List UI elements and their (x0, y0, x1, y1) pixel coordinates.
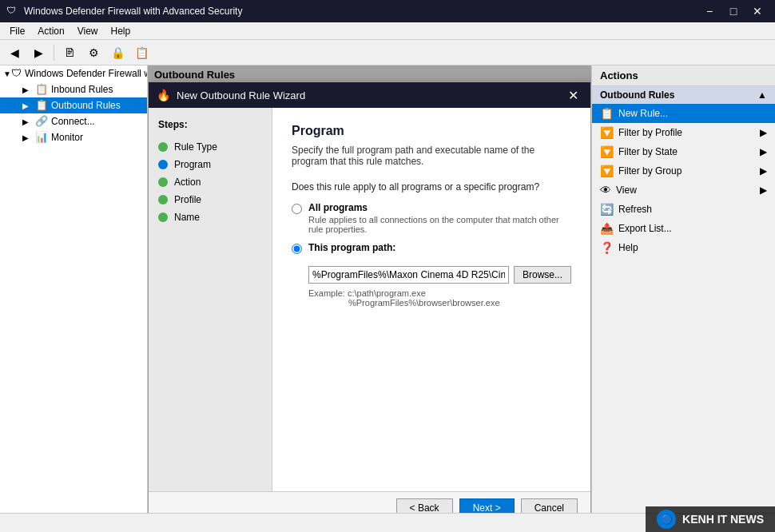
connect-label: Connect... (51, 116, 95, 127)
step-label-rule-type: Rule Type (174, 141, 217, 153)
radio-group: All programs Rule applies to all connect… (292, 202, 571, 308)
step-dot-program (158, 160, 168, 169)
view-arrow: ▶ (760, 185, 767, 196)
wizard-sidebar: Steps: Rule Type Program Action (149, 108, 272, 491)
toolbar-separator-1 (54, 45, 54, 61)
properties-button[interactable]: ⚙ (82, 42, 105, 63)
actions-subheader-collapse-icon: ▲ (757, 89, 767, 101)
filter-state-label: Filter by State (618, 146, 678, 157)
back-button[interactable]: ◀ (3, 42, 26, 63)
root-icon: 🛡 (11, 67, 22, 80)
action-new-rule[interactable]: 📋 New Rule... (592, 104, 775, 123)
inbound-expand-icon[interactable]: ▶ (22, 85, 35, 94)
outbound-icon: 📋 (35, 99, 48, 112)
help-icon: ❓ (600, 241, 614, 254)
step-profile: Profile (149, 191, 272, 208)
root-label: Windows Defender Firewall wit (25, 68, 148, 79)
step-rule-type: Rule Type (149, 138, 272, 156)
new-rule-button[interactable]: 🔒 (106, 42, 129, 63)
window-controls: − □ ✕ (698, 3, 769, 19)
root-expand-icon[interactable]: ▼ (3, 69, 11, 78)
main-layout: ▼ 🛡 Windows Defender Firewall wit ▶ 📋 In… (0, 66, 775, 513)
modal-overlay: 🔥 New Outbound Rule Wizard ✕ Steps: Rule… (148, 66, 591, 513)
actions-subheader[interactable]: Outbound Rules ▲ (592, 86, 775, 104)
filter-profile-label: Filter by Profile (618, 127, 682, 138)
inbound-label: Inbound Rules (51, 84, 113, 95)
tree-connect[interactable]: ▶ 🔗 Connect... (0, 113, 147, 129)
wizard-content: Program Specify the full program path an… (272, 108, 590, 491)
radio-all-programs-input[interactable] (292, 204, 302, 214)
view-icon: 👁 (600, 184, 611, 197)
step-program: Program (149, 156, 272, 173)
action-view[interactable]: 👁 View ▶ (592, 181, 775, 200)
back-button[interactable]: < Back (396, 498, 453, 513)
action-filter-state[interactable]: 🔽 Filter by State ▶ (592, 142, 775, 161)
connect-expand-icon[interactable]: ▶ (22, 117, 35, 126)
help-label: Help (618, 242, 638, 253)
maximize-button[interactable]: □ (722, 3, 745, 19)
cancel-button[interactable]: Cancel (521, 498, 578, 513)
menu-action[interactable]: Action (31, 24, 70, 38)
step-dot-name (158, 212, 168, 222)
refresh-icon: 🔄 (600, 203, 614, 216)
new-rule-icon: 📋 (600, 107, 614, 120)
tree-root[interactable]: ▼ 🛡 Windows Defender Firewall wit (0, 66, 147, 81)
title-bar: 🛡 Windows Defender Firewall with Advance… (0, 0, 775, 22)
radio-all-programs: All programs Rule applies to all connect… (292, 202, 571, 234)
tree-monitor[interactable]: ▶ 📊 Monitor (0, 129, 147, 145)
export-label: Export List... (618, 223, 672, 234)
modal-title-icon: 🔥 (157, 89, 170, 101)
modal-close-button[interactable]: ✕ (563, 87, 582, 103)
watermark-text: KENH IT NEWS (682, 513, 764, 526)
step-action: Action (149, 173, 272, 191)
filter-state-arrow: ▶ (760, 146, 767, 157)
tree-inbound[interactable]: ▶ 📋 Inbound Rules (0, 81, 147, 97)
tree-outbound[interactable]: ▶ 📋 Outbound Rules (0, 97, 147, 113)
radio-all-programs-label[interactable]: All programs (308, 202, 368, 213)
radio-specific-program-label[interactable]: This program path: (308, 242, 395, 253)
action-filter-group[interactable]: 🔽 Filter by Group ▶ (592, 161, 775, 181)
modal-body: Steps: Rule Type Program Action (149, 108, 590, 491)
example-line2: %ProgramFiles%\browser\browser.exe (308, 298, 500, 308)
show-hide-button[interactable]: 🖹 (58, 42, 81, 63)
filter-profile-arrow: ▶ (760, 127, 767, 138)
outbound-expand-icon[interactable]: ▶ (22, 101, 35, 110)
forward-button[interactable]: ▶ (27, 42, 50, 63)
action-filter-profile[interactable]: 🔽 Filter by Profile ▶ (592, 123, 775, 142)
step-name: Name (149, 208, 272, 226)
menu-file[interactable]: File (3, 24, 31, 38)
filter-group-label: Filter by Group (618, 165, 682, 177)
outbound-label: Outbound Rules (51, 100, 121, 111)
action-export-list[interactable]: 📤 Export List... (592, 219, 775, 238)
close-button[interactable]: ✕ (746, 3, 769, 19)
step-label-name: Name (174, 212, 200, 223)
toolbar: ◀ ▶ 🖹 ⚙ 🔒 📋 (0, 40, 775, 66)
radio-all-programs-content: All programs Rule applies to all connect… (308, 202, 571, 234)
inbound-icon: 📋 (35, 83, 48, 96)
radio-all-programs-desc: Rule applies to all connections on the c… (308, 215, 571, 234)
program-path-input[interactable] (308, 266, 509, 284)
wizard-modal: 🔥 New Outbound Rule Wizard ✕ Steps: Rule… (148, 81, 591, 513)
export-icon: 📤 (600, 222, 614, 235)
action-refresh[interactable]: 🔄 Refresh (592, 200, 775, 219)
action-help[interactable]: ❓ Help (592, 238, 775, 257)
step-dot-action (158, 177, 168, 187)
window-title: Windows Defender Firewall with Advanced … (24, 6, 698, 17)
menu-bar: File Action View Help (0, 22, 775, 40)
path-row: Browse... (308, 266, 571, 284)
step-label-program: Program (174, 159, 211, 170)
monitor-expand-icon[interactable]: ▶ (22, 133, 35, 142)
radio-specific-program-content: This program path: Browse... Example: (308, 242, 571, 308)
minimize-button[interactable]: − (698, 3, 721, 19)
actions-header: Actions (592, 66, 775, 86)
menu-view[interactable]: View (71, 24, 105, 38)
center-panel: Outbound Rules Name ▲ Group Profile Enab… (148, 66, 591, 513)
next-button[interactable]: Next > (459, 498, 515, 513)
browse-button[interactable]: Browse... (514, 266, 571, 284)
menu-help[interactable]: Help (105, 24, 137, 38)
filter-group-arrow: ▶ (760, 165, 767, 177)
refresh-button[interactable]: 📋 (130, 42, 153, 63)
monitor-icon: 📊 (35, 131, 48, 144)
example-line1: c:\path\program.exe (348, 288, 426, 298)
radio-specific-program-input[interactable] (292, 244, 302, 254)
